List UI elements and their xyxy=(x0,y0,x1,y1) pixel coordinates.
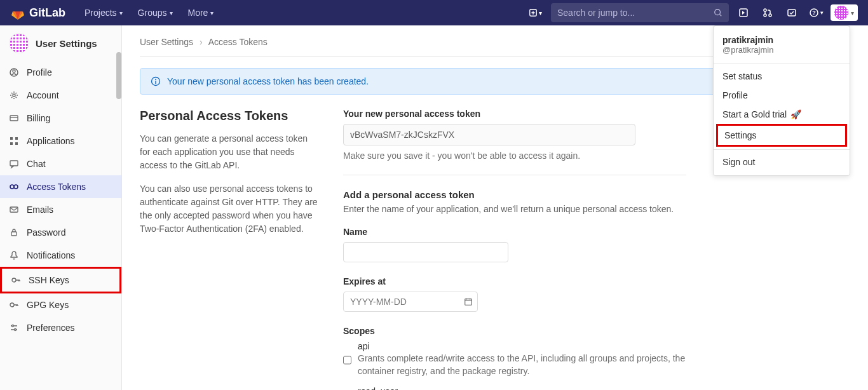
svg-point-5 xyxy=(769,14,771,17)
card-icon xyxy=(9,113,19,123)
svg-rect-16 xyxy=(15,142,18,145)
gitlab-logo[interactable]: GitLab xyxy=(10,5,65,20)
topbar-menu: Projects▾ Groups▾ More▾ xyxy=(78,4,220,22)
scope-read-user: read_user Grants read-only access to the… xyxy=(343,386,850,390)
brand-text: GitLab xyxy=(29,6,65,20)
svg-point-25 xyxy=(15,329,17,331)
gear-icon xyxy=(9,90,19,100)
dropdown-header: pratikrajmin @pratikrajmin xyxy=(714,30,850,61)
svg-rect-29 xyxy=(465,299,472,306)
breadcrumb-root[interactable]: User Settings xyxy=(140,37,193,47)
sliders-icon xyxy=(9,323,19,333)
svg-rect-14 xyxy=(15,137,18,140)
page-title: Personal Access Tokens xyxy=(140,109,318,123)
sidebar-item-emails[interactable]: Emails xyxy=(0,198,121,221)
sidebar: User Settings Profile Account Billing Ap… xyxy=(0,25,122,390)
svg-rect-12 xyxy=(10,116,18,121)
sidebar-item-applications[interactable]: Applications xyxy=(0,130,121,152)
svg-point-22 xyxy=(12,278,16,282)
svg-point-27 xyxy=(155,79,156,80)
svg-rect-13 xyxy=(10,137,13,140)
sidebar-item-notifications[interactable]: Notifications xyxy=(0,244,121,267)
mail-icon xyxy=(9,205,19,215)
sidebar-item-ssh-keys[interactable]: SSH Keys xyxy=(0,267,121,293)
search-icon xyxy=(714,8,722,17)
nav-projects[interactable]: Projects▾ xyxy=(78,4,129,22)
alert-text: Your new personal access token has been … xyxy=(167,76,369,86)
profile-icon xyxy=(9,67,19,77)
sidebar-item-access-tokens[interactable]: Access Tokens xyxy=(0,175,121,198)
dropdown-profile[interactable]: Profile xyxy=(714,86,850,105)
expires-label: Expires at xyxy=(343,276,850,286)
bell-icon xyxy=(9,250,19,260)
user-dropdown: pratikrajmin @pratikrajmin Set status Pr… xyxy=(713,25,850,176)
svg-point-18 xyxy=(10,185,14,189)
svg-point-24 xyxy=(12,325,14,327)
nav-groups[interactable]: Groups▾ xyxy=(132,4,179,22)
svg-rect-28 xyxy=(155,81,156,84)
apps-icon xyxy=(9,136,19,146)
nav-more[interactable]: More▾ xyxy=(182,4,220,22)
sidebar-item-chat[interactable]: Chat xyxy=(0,152,121,175)
page-desc-1: You can generate a personal access token… xyxy=(140,132,318,172)
token-value-input[interactable] xyxy=(343,124,635,145)
scrollbar-thumb[interactable] xyxy=(116,52,121,99)
page-desc-2: You can also use personal access tokens … xyxy=(140,182,318,236)
sidebar-header: User Settings xyxy=(0,25,121,61)
avatar-icon xyxy=(834,6,848,20)
sidebar-item-profile[interactable]: Profile xyxy=(0,61,121,84)
lock-icon xyxy=(9,227,19,238)
sidebar-item-gpg-keys[interactable]: GPG Keys xyxy=(0,293,121,316)
rocket-icon: 🚀 xyxy=(790,109,801,119)
svg-point-23 xyxy=(10,303,14,307)
avatar-icon xyxy=(9,33,29,53)
sidebar-item-preferences[interactable]: Preferences xyxy=(0,316,121,339)
svg-point-3 xyxy=(764,9,766,11)
svg-rect-17 xyxy=(10,161,18,166)
scope-api-checkbox[interactable] xyxy=(343,343,351,377)
svg-point-19 xyxy=(14,185,18,189)
svg-point-1 xyxy=(715,10,721,15)
sidebar-item-password[interactable]: Password xyxy=(0,221,121,244)
svg-rect-15 xyxy=(10,142,13,145)
add-title: Add a personal access token xyxy=(343,189,850,200)
search-box[interactable] xyxy=(551,3,729,22)
topbar: GitLab Projects▾ Groups▾ More▾ ▾ ?▾ ▾ xyxy=(0,0,868,25)
search-input[interactable] xyxy=(557,8,714,18)
new-button[interactable]: ▾ xyxy=(525,6,546,20)
scope-api: api Grants complete read/write access to… xyxy=(343,341,850,377)
merge-requests-icon[interactable] xyxy=(758,3,777,22)
dropdown-sign-out[interactable]: Sign out xyxy=(714,152,850,171)
scopes-label: Scopes xyxy=(343,326,850,336)
svg-point-10 xyxy=(13,70,15,72)
help-icon[interactable]: ?▾ xyxy=(806,3,825,22)
token-icon xyxy=(9,182,19,192)
svg-rect-20 xyxy=(10,207,18,212)
chat-icon xyxy=(9,159,19,169)
svg-point-11 xyxy=(13,94,15,97)
svg-text:?: ? xyxy=(812,10,816,16)
key-icon xyxy=(11,275,21,285)
divider xyxy=(343,175,686,175)
svg-rect-21 xyxy=(11,232,17,236)
sidebar-item-billing[interactable]: Billing xyxy=(0,107,121,130)
user-menu-button[interactable]: ▾ xyxy=(831,4,858,21)
svg-point-4 xyxy=(764,14,766,17)
sidebar-item-account[interactable]: Account xyxy=(0,84,121,107)
calendar-icon[interactable] xyxy=(464,297,473,306)
todos-icon[interactable] xyxy=(782,3,801,22)
dropdown-set-status[interactable]: Set status xyxy=(714,67,850,86)
add-desc: Enter the name of your application, and … xyxy=(343,204,850,214)
info-icon xyxy=(151,76,161,86)
sidebar-title: User Settings xyxy=(36,38,97,49)
name-input[interactable] xyxy=(343,242,508,262)
key-icon xyxy=(9,300,19,310)
main-content: User Settings › Access Tokens Your new p… xyxy=(122,25,868,390)
name-label: Name xyxy=(343,227,850,237)
dropdown-settings[interactable]: Settings xyxy=(716,124,847,147)
breadcrumb-current: Access Tokens xyxy=(208,37,268,47)
issues-icon[interactable] xyxy=(734,3,753,22)
dropdown-trial[interactable]: Start a Gold trial 🚀 xyxy=(714,105,850,124)
expires-input[interactable] xyxy=(343,292,478,312)
